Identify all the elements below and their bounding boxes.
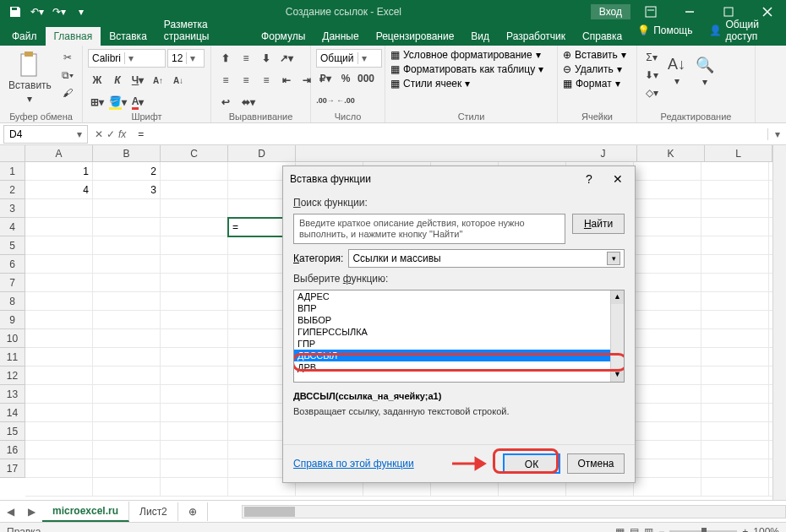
- row-1[interactable]: 1: [0, 162, 25, 181]
- format-as-table-button[interactable]: ▦Форматировать как таблицу▾: [390, 63, 543, 75]
- row-12[interactable]: 12: [0, 366, 25, 385]
- col-l[interactable]: L: [705, 145, 772, 161]
- find-button[interactable]: Найти: [572, 214, 625, 234]
- tab-review[interactable]: Рецензирование: [368, 27, 463, 46]
- font-name-combo[interactable]: Calibri▾: [88, 49, 166, 68]
- confirm-formula-icon[interactable]: ✓: [106, 128, 115, 140]
- sheet-tab-1[interactable]: microexcel.ru: [42, 502, 129, 522]
- conditional-format-button[interactable]: ▦Условное форматирование▾: [390, 49, 541, 61]
- currency-button[interactable]: ₽▾: [316, 69, 335, 88]
- zoom-level[interactable]: 100%: [753, 526, 779, 533]
- decrease-font-button[interactable]: A↓: [169, 71, 188, 90]
- sort-filter-button[interactable]: A↓▾: [664, 49, 689, 89]
- login-button[interactable]: Вход: [591, 4, 630, 19]
- cancel-button[interactable]: Отмена: [567, 453, 625, 474]
- indent-dec-icon[interactable]: ⇤: [277, 71, 296, 90]
- function-help-link[interactable]: Справка по этой функции: [293, 458, 414, 470]
- dialog-close-button[interactable]: ✕: [608, 169, 628, 189]
- vertical-scrollbar[interactable]: [772, 145, 786, 500]
- row-15[interactable]: 15: [0, 422, 25, 441]
- copy-icon[interactable]: ⧉▾: [58, 67, 77, 84]
- col-k[interactable]: K: [637, 145, 705, 161]
- row-3[interactable]: 3: [0, 199, 25, 218]
- comma-button[interactable]: 000: [357, 69, 375, 88]
- undo-icon[interactable]: ↶▾: [27, 2, 47, 22]
- find-select-button[interactable]: 🔍▾: [692, 49, 718, 90]
- align-left-icon[interactable]: ≡: [216, 71, 235, 90]
- func-item-6[interactable]: ДРВ: [294, 361, 624, 373]
- category-combo[interactable]: Ссылки и массивы▾: [348, 249, 625, 268]
- cancel-formula-icon[interactable]: ✕: [95, 128, 103, 140]
- fill-color-button[interactable]: 🪣▾: [108, 93, 127, 111]
- increase-decimal-button[interactable]: .00→: [316, 91, 335, 110]
- col-d[interactable]: D: [228, 145, 296, 161]
- func-item-4[interactable]: ГПР: [294, 338, 624, 350]
- align-middle-icon[interactable]: ≡: [237, 49, 255, 68]
- cell-b1[interactable]: 2: [93, 162, 161, 181]
- function-list[interactable]: АДРЕС ВПР ВЫБОР ГИПЕРССЫЛКА ГПР ДВССЫЛ Д…: [293, 290, 625, 383]
- dialog-help-icon[interactable]: ?: [579, 169, 599, 189]
- cell-styles-button[interactable]: ▦Стили ячеек▾: [390, 78, 470, 90]
- paste-button[interactable]: Вставить▾: [5, 49, 55, 106]
- row-17[interactable]: 17: [0, 459, 25, 478]
- share-button[interactable]: 👤Общий доступ: [702, 15, 779, 46]
- tab-file[interactable]: Файл: [3, 27, 46, 46]
- tab-developer[interactable]: Разработчик: [498, 27, 574, 46]
- view-normal-icon[interactable]: ▦: [615, 526, 625, 533]
- select-all-corner[interactable]: [0, 145, 25, 162]
- name-box[interactable]: D4▾: [3, 125, 88, 144]
- align-bottom-icon[interactable]: ⬇: [257, 49, 276, 68]
- func-item-1[interactable]: ВПР: [294, 302, 624, 314]
- tab-insert[interactable]: Вставка: [101, 27, 156, 46]
- cell-a1[interactable]: 1: [25, 162, 93, 181]
- percent-button[interactable]: %: [336, 69, 355, 88]
- cell-a2[interactable]: 4: [25, 181, 93, 199]
- view-pagebreak-icon[interactable]: ▥: [644, 526, 653, 533]
- row-14[interactable]: 14: [0, 404, 25, 422]
- bold-button[interactable]: Ж: [88, 71, 106, 90]
- font-color-button[interactable]: A▾: [128, 93, 147, 111]
- row-5[interactable]: 5: [0, 236, 25, 255]
- align-right-icon[interactable]: ≡: [257, 71, 276, 90]
- func-item-3[interactable]: ГИПЕРССЫЛКА: [294, 326, 624, 338]
- insert-cells-button[interactable]: ⊕Вставить▾: [563, 49, 626, 61]
- col-j[interactable]: J: [570, 145, 637, 161]
- row-7[interactable]: 7: [0, 274, 25, 292]
- row-13[interactable]: 13: [0, 385, 25, 404]
- align-top-icon[interactable]: ⬆: [216, 49, 235, 68]
- row-11[interactable]: 11: [0, 348, 25, 366]
- function-list-scrollbar[interactable]: ▲ ▼: [610, 290, 624, 382]
- view-layout-icon[interactable]: ▤: [630, 526, 639, 533]
- sheet-nav-next-icon[interactable]: ▶: [21, 506, 42, 518]
- horizontal-scrollbar[interactable]: [242, 505, 786, 518]
- italic-button[interactable]: К: [108, 71, 127, 90]
- sheet-tab-2[interactable]: Лист2: [129, 502, 178, 521]
- tab-formulas[interactable]: Формулы: [253, 27, 314, 46]
- save-icon[interactable]: [5, 2, 25, 22]
- cell-b2[interactable]: 3: [93, 181, 161, 199]
- search-function-input[interactable]: Введите краткое описание действия, котор…: [293, 214, 565, 244]
- tab-help[interactable]: Справка: [574, 27, 630, 46]
- row-10[interactable]: 10: [0, 329, 25, 348]
- row-2[interactable]: 2: [0, 181, 25, 199]
- row-16[interactable]: 16: [0, 441, 25, 459]
- tab-data[interactable]: Данные: [314, 27, 367, 46]
- format-cells-button[interactable]: ▦Формат▾: [563, 78, 620, 90]
- zoom-in-button[interactable]: +: [742, 526, 748, 533]
- delete-cells-button[interactable]: ⊖Удалить▾: [563, 63, 622, 75]
- col-b[interactable]: B: [93, 145, 161, 161]
- cut-icon[interactable]: ✂: [58, 49, 77, 66]
- align-center-icon[interactable]: ≡: [237, 71, 255, 90]
- formula-bar[interactable]: =: [133, 128, 767, 140]
- orientation-icon[interactable]: ↗▾: [277, 49, 296, 68]
- tab-view[interactable]: Вид: [462, 27, 498, 46]
- col-a[interactable]: A: [25, 145, 93, 161]
- row-8[interactable]: 8: [0, 292, 25, 311]
- func-item-2[interactable]: ВЫБОР: [294, 314, 624, 326]
- underline-button[interactable]: Ч▾: [128, 71, 147, 90]
- fill-icon[interactable]: ⬇▾: [642, 67, 661, 84]
- tell-me-button[interactable]: 💡Помощь: [630, 21, 699, 40]
- row-6[interactable]: 6: [0, 255, 25, 274]
- wrap-text-button[interactable]: ↩: [216, 93, 235, 111]
- number-format-combo[interactable]: Общий▾: [316, 49, 382, 68]
